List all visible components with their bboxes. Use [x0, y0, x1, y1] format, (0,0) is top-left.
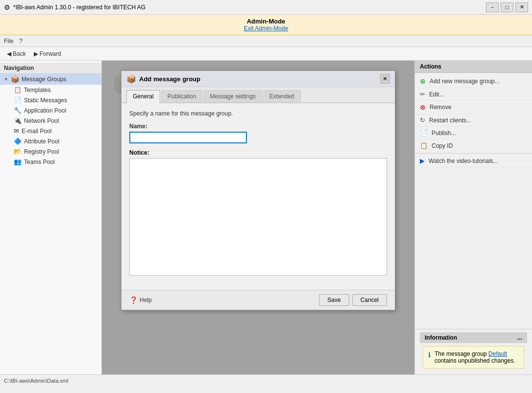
message-groups-icon: 📦	[11, 75, 19, 83]
admin-mode-title: Admin-Mode	[3, 18, 529, 25]
back-button[interactable]: ◀ Back	[4, 49, 29, 58]
forward-arrow-icon: ▶	[34, 50, 38, 57]
static-messages-icon: 📄	[14, 96, 22, 104]
modal-footer: ❓ Help Save Cancel	[121, 290, 395, 310]
sidebar-item-label: Registry Pool	[24, 148, 59, 155]
action-add-new[interactable]: ⊕ Add new message group...	[415, 75, 532, 88]
action-restart-clients[interactable]: ↻ Restart clients...	[415, 114, 532, 127]
information-header: Information ...	[420, 332, 527, 343]
expand-arrow-icon: ▼	[4, 77, 8, 82]
modal-overlay: 📦 Add message group ✕ General Publicatio…	[102, 61, 414, 374]
info-link[interactable]: Default	[488, 350, 507, 357]
copy-icon: 📋	[420, 142, 428, 149]
menu-bar: File ?	[0, 35, 532, 47]
action-watch-tutorials[interactable]: ▶ Watch the video-tutorials...	[415, 155, 532, 167]
tab-general[interactable]: General	[126, 90, 160, 103]
sidebar-item-email-pool[interactable]: ✉ E-mail Pool	[0, 126, 101, 136]
email-pool-icon: ✉	[14, 127, 19, 135]
pencil-icon: ✏	[420, 91, 425, 98]
actions-separator	[415, 153, 532, 154]
sidebar-item-label: Teams Pool	[24, 159, 55, 165]
help-button[interactable]: ❓ Help	[129, 296, 152, 304]
menu-help[interactable]: ?	[19, 38, 23, 45]
action-edit[interactable]: ✏ Edit...	[415, 88, 532, 101]
tab-extended[interactable]: Extended	[263, 90, 301, 102]
actions-header: Actions	[415, 61, 532, 73]
sidebar: Navigation ▼ 📦 Message Groups 📋 Template…	[0, 61, 102, 374]
notice-textarea[interactable]	[129, 158, 387, 276]
information-body: ℹ The message group Default contains unp…	[423, 346, 524, 369]
sidebar-item-label: Application Pool	[24, 107, 66, 114]
sidebar-item-label: Network Pool	[24, 117, 59, 124]
tab-message-settings[interactable]: Message settings	[203, 90, 262, 102]
app-icon: ⚙	[4, 3, 10, 11]
notice-form-group: Notice:	[129, 149, 387, 277]
sidebar-item-static-messages[interactable]: 📄 Static Messages	[0, 95, 101, 105]
sidebar-item-message-groups[interactable]: ▼ 📦 Message Groups	[0, 74, 101, 85]
maximize-button[interactable]: □	[501, 2, 513, 12]
action-remove[interactable]: ⊗ Remove	[415, 101, 532, 114]
information-section: Information ... ℹ The message group Defa…	[415, 329, 532, 374]
add-message-group-modal: 📦 Add message group ✕ General Publicatio…	[121, 70, 395, 310]
sidebar-item-teams-pool[interactable]: 👥 Teams Pool	[0, 157, 101, 167]
name-form-group: Name:	[129, 123, 387, 143]
modal-close-button[interactable]: ✕	[380, 74, 390, 84]
status-bar: C:\IBI-aws\Admin\Data.xml	[0, 374, 532, 386]
refresh-icon: ↻	[420, 116, 425, 124]
sidebar-item-application-pool[interactable]: 🔧 Application Pool	[0, 105, 101, 116]
save-button[interactable]: Save	[319, 294, 349, 306]
content-area: 📦 📦 Add message group ✕ General	[102, 61, 414, 374]
modal-icon: 📦	[126, 74, 136, 84]
footer-buttons: Save Cancel	[319, 294, 387, 306]
back-arrow-icon: ◀	[7, 50, 11, 57]
actions-sidebar: Actions ⊕ Add new message group... ✏ Edi…	[414, 61, 532, 374]
sidebar-item-registry-pool[interactable]: 📂 Registry Pool	[0, 146, 101, 157]
minimize-button[interactable]: −	[486, 2, 499, 12]
action-copy-id[interactable]: 📋 Copy ID	[415, 139, 532, 152]
main-layout: Navigation ▼ 📦 Message Groups 📋 Template…	[0, 61, 532, 374]
app-title: *IBI-aws Admin 1.30.0 - registered for I…	[13, 4, 145, 11]
modal-header: 📦 Add message group ✕	[121, 71, 395, 87]
admin-banner: Admin-Mode Exit Admin-Mode	[0, 15, 532, 35]
teams-pool-icon: 👥	[14, 158, 22, 165]
name-input[interactable]	[129, 132, 247, 143]
status-path: C:\IBI-aws\Admin\Data.xml	[4, 378, 68, 384]
info-more-button[interactable]: ...	[517, 334, 522, 341]
title-bar: ⚙ *IBI-aws Admin 1.30.0 - registered for…	[0, 0, 532, 15]
templates-icon: 📋	[14, 86, 22, 93]
modal-title: 📦 Add message group	[126, 74, 200, 84]
name-label: Name:	[129, 123, 387, 130]
info-icon: ℹ	[428, 351, 431, 359]
sidebar-item-label: Templates	[24, 87, 51, 93]
modal-description: Specify a name for this message group.	[129, 110, 387, 117]
action-publish[interactable]: 📄 Publish...	[415, 127, 532, 139]
sidebar-item-attribute-pool[interactable]: 🔷 Attribute Pool	[0, 136, 101, 146]
publish-icon: 📄	[420, 129, 428, 137]
exit-admin-mode-link[interactable]: Exit Admin-Mode	[3, 25, 529, 32]
sidebar-item-network-pool[interactable]: 🔌 Network Pool	[0, 116, 101, 126]
tab-publication[interactable]: Publication	[161, 90, 203, 102]
notice-label: Notice:	[129, 149, 387, 156]
menu-file[interactable]: File	[4, 38, 13, 45]
sidebar-item-label: E-mail Pool	[22, 128, 51, 135]
help-icon: ❓	[129, 296, 138, 304]
tab-bar: General Publication Message settings Ext…	[121, 87, 395, 103]
modal-body: Specify a name for this message group. N…	[121, 103, 395, 290]
cancel-button[interactable]: Cancel	[352, 294, 387, 306]
sidebar-item-label: Attribute Pool	[24, 138, 59, 145]
information-text: The message group Default contains unpub…	[435, 350, 519, 364]
forward-button[interactable]: ▶ Forward	[31, 49, 64, 58]
attribute-pool-icon: 🔷	[14, 138, 22, 145]
actions-body: ⊕ Add new message group... ✏ Edit... ⊗ R…	[415, 73, 532, 329]
sidebar-item-label: Message Groups	[22, 76, 66, 83]
remove-icon: ⊗	[420, 103, 426, 111]
network-pool-icon: 🔌	[14, 117, 22, 124]
sidebar-item-templates[interactable]: 📋 Templates	[0, 85, 101, 95]
close-button[interactable]: ✕	[515, 2, 528, 12]
navigation-header: Navigation	[0, 63, 101, 74]
plus-icon: ⊕	[420, 77, 426, 85]
toolbar: ◀ Back ▶ Forward	[0, 47, 532, 61]
registry-pool-icon: 📂	[14, 148, 22, 155]
sidebar-item-label: Static Messages	[24, 97, 67, 104]
play-icon: ▶	[420, 157, 425, 164]
